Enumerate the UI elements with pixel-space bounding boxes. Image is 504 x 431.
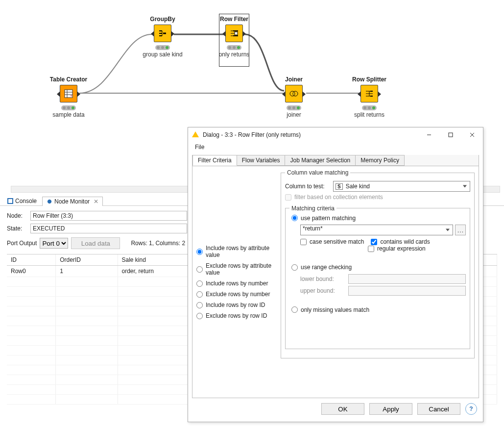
dialog-title: Dialog - 3:3 - Row Filter (only returns) (203, 131, 418, 138)
tab-node-monitor[interactable]: Node Monitor ✕ (42, 197, 103, 206)
window-close-button[interactable] (461, 127, 483, 142)
column-to-test-label: Column to test: (285, 183, 330, 190)
node-icon (154, 25, 171, 42)
port-output-label: Port Output (7, 240, 37, 247)
opt-exclude-attr[interactable]: Exclude rows by attribute value (196, 262, 277, 276)
load-data-button: Load data (71, 237, 120, 249)
node-title: GroupBy (133, 16, 192, 23)
tab-label: Console (15, 197, 37, 205)
wildcards-checkbox[interactable]: contains wild cards (371, 238, 430, 245)
column-to-test-value: Sale kind (346, 183, 370, 190)
opt-exclude-num[interactable]: Exclude rows by number (196, 291, 277, 298)
node-status-lights (287, 105, 301, 110)
menu-file[interactable]: File (192, 143, 207, 152)
tab-console[interactable]: Console (3, 196, 41, 205)
upper-bound-label: upper bound: (300, 287, 345, 294)
svg-rect-5 (235, 32, 238, 35)
opt-include-num[interactable]: Include rows by number (196, 280, 277, 287)
node-icon (225, 25, 243, 42)
pattern-picker-button[interactable]: … (455, 225, 466, 235)
state-value: EXECUTED (30, 224, 187, 233)
opt-include-attr[interactable]: Include rows by attribute value (196, 245, 277, 258)
use-range-radio[interactable]: use range checking (291, 264, 352, 271)
close-icon[interactable]: ✕ (94, 197, 98, 206)
console-icon (7, 198, 13, 204)
regex-checkbox[interactable]: regular expression (368, 245, 426, 252)
tab-flow-variables[interactable]: Flow Variables (237, 155, 286, 166)
column-type-tag: S (336, 183, 343, 190)
lower-bound-input (348, 274, 466, 284)
node-status-lights (61, 105, 76, 110)
group-legend: Column value matching (285, 169, 350, 176)
only-missing-radio[interactable]: only missing values match (291, 306, 369, 313)
node-status-lights (227, 45, 241, 50)
opt-include-id[interactable]: Include rows by row ID (196, 302, 277, 308)
window-minimize-button[interactable] (418, 127, 440, 142)
node-value: Row Filter (3:3) (30, 211, 187, 221)
col-id[interactable]: ID (7, 254, 56, 266)
tab-memory-policy[interactable]: Memory Policy (356, 155, 405, 166)
node-table-creator[interactable]: Table Creator + sample data (39, 76, 98, 118)
cancel-button[interactable]: Cancel (417, 403, 460, 415)
node-icon (285, 85, 303, 102)
node-joiner[interactable]: Joiner joiner (264, 76, 323, 118)
dialog-menubar: File (188, 142, 483, 152)
pattern-combo[interactable]: *return* (300, 225, 453, 235)
case-sensitive-checkbox[interactable]: case sensitive match (300, 238, 364, 245)
dialog-button-row: OK Apply Cancel ? (188, 398, 483, 422)
tab-label: Node Monitor (54, 197, 90, 206)
matching-criteria-group: Matching criteria use pattern matching *… (285, 205, 470, 350)
state-label: State: (7, 225, 27, 232)
column-to-test-select[interactable]: S Sale kind (333, 181, 470, 192)
node-title: Row Splitter (340, 76, 399, 83)
svg-text:+: + (70, 94, 72, 98)
dialog-titlebar[interactable]: Dialog - 3:3 - Row Filter (only returns) (188, 127, 483, 142)
node-row-filter[interactable]: Row Filter only returns (205, 16, 264, 58)
node-subtitle: group sale kind (133, 51, 192, 58)
monitor-icon (47, 199, 52, 204)
node-title: Table Creator (39, 76, 98, 83)
filter-criteria-page: Include rows by attribute value Exclude … (192, 166, 479, 398)
tab-filter-criteria[interactable]: Filter Criteria (192, 155, 237, 166)
column-value-matching-group: Column value matching Column to test: S … (281, 169, 475, 358)
col-orderid[interactable]: OrderID (56, 254, 118, 266)
node-title: Row Filter (205, 16, 264, 23)
node-label: Node: (7, 212, 27, 219)
filter-collection-checkbox: filter based on collection elements (285, 194, 383, 201)
svg-rect-9 (449, 133, 453, 137)
group-legend: Matching criteria (289, 205, 336, 212)
svg-point-6 (290, 91, 295, 96)
node-subtitle: split returns (340, 111, 399, 118)
window-maximize-button[interactable] (440, 127, 461, 142)
node-icon (360, 85, 378, 102)
knime-icon (192, 131, 199, 138)
node-status-lights (155, 45, 170, 50)
port-select[interactable]: Port 0 (40, 238, 68, 249)
node-icon: + (60, 85, 77, 102)
node-row-splitter[interactable]: Row Splitter split returns (340, 76, 399, 118)
ok-button[interactable]: OK (321, 403, 364, 415)
tab-job-manager[interactable]: Job Manager Selection (285, 155, 356, 166)
node-subtitle: sample data (39, 111, 98, 118)
opt-exclude-id[interactable]: Exclude rows by row ID (196, 312, 277, 319)
node-subtitle: joiner (264, 111, 323, 118)
node-status-lights (362, 105, 377, 110)
node-subtitle: only returns (205, 51, 264, 58)
node-groupby[interactable]: GroupBy group sale kind (133, 16, 192, 58)
upper-bound-input (348, 286, 466, 296)
lower-bound-label: lower bound: (300, 276, 345, 282)
node-title: Joiner (264, 76, 323, 83)
dialog-tab-container: Filter Criteria Flow Variables Job Manag… (192, 155, 479, 398)
row-filter-dialog: Dialog - 3:3 - Row Filter (only returns)… (188, 127, 483, 422)
filter-mode-options: Include rows by attribute value Exclude … (192, 166, 281, 398)
rows-columns-summary: Rows: 1, Columns: 2 (131, 240, 185, 247)
use-pattern-radio[interactable]: use pattern matching (291, 215, 356, 222)
help-button[interactable]: ? (465, 403, 477, 415)
apply-button[interactable]: Apply (369, 403, 412, 415)
